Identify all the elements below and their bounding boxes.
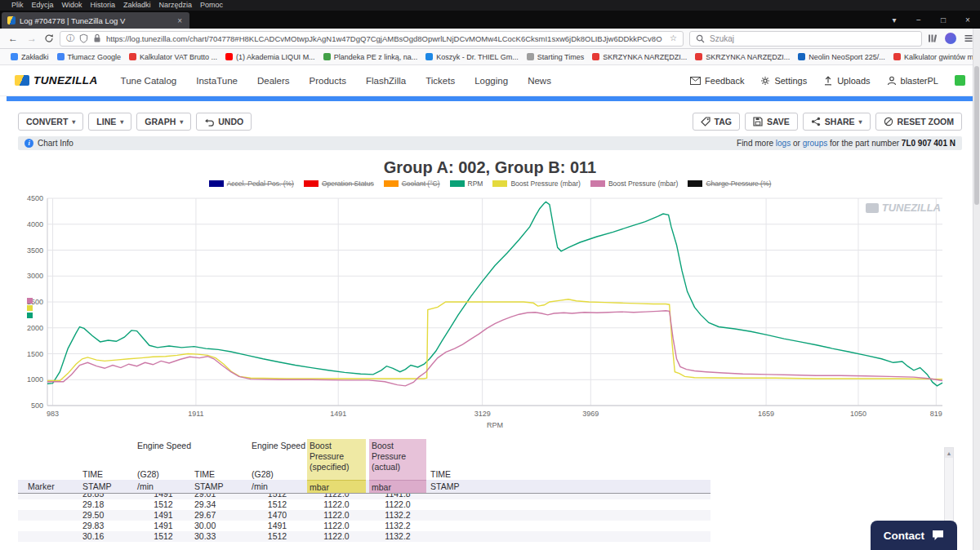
page-scrollbar[interactable] <box>973 29 980 550</box>
legend-item[interactable]: RPM <box>450 180 483 188</box>
suffix-text: for the part number <box>827 139 902 148</box>
legend-item[interactable]: Coolant (°C) <box>384 180 440 188</box>
table-header-col-2[interactable]: Engine Speed(G28)/min <box>135 439 192 493</box>
account-icon[interactable] <box>945 33 956 44</box>
window-minimize-icon[interactable]: − <box>906 16 931 24</box>
settings-label: Settings <box>774 76 807 86</box>
bookmark-favicon-icon <box>323 53 331 60</box>
bookmark-star-icon[interactable]: ☆ <box>670 34 677 42</box>
svg-text:3969: 3969 <box>582 410 599 418</box>
save-button[interactable]: SAVE <box>745 113 798 131</box>
table-header-col-4[interactable]: Engine Speed(G28)/min <box>249 439 305 493</box>
scroll-up-icon[interactable]: ▲ <box>945 448 953 458</box>
legend-item[interactable]: Charge Pressure (%) <box>688 180 771 188</box>
url-text[interactable]: https://log.tunezilla.com/chart/704778#H… <box>106 34 665 43</box>
table-header: MarkerTIMESTAMPEngine Speed(G28)/minTIME… <box>18 440 710 494</box>
site-logo[interactable]: TUNEZILLA <box>15 74 98 86</box>
bookmark-label: Starting Times <box>537 53 585 61</box>
contact-button[interactable]: Contact <box>871 521 957 550</box>
bookmarks-root[interactable]: Zakładki <box>7 53 53 61</box>
legend-item[interactable]: Operation Status <box>304 180 374 188</box>
menu-plik[interactable]: Plik <box>7 0 28 11</box>
nav-dealers[interactable]: Dealers <box>257 76 290 86</box>
uploads-button[interactable]: Uploads <box>823 76 870 86</box>
bookmark-item[interactable]: (1) Akademia LIQUI M... <box>221 53 319 61</box>
table-cell <box>428 494 485 499</box>
tag-button[interactable]: TAG <box>693 113 740 131</box>
convert-button[interactable]: CONVERT ▾ <box>18 113 83 131</box>
status-badge[interactable] <box>955 75 965 86</box>
bookmark-item[interactable]: Plandeka PE z linką, na... <box>319 53 422 61</box>
bookmark-item[interactable]: Starting Times <box>523 53 589 61</box>
page-info-icon[interactable]: ⓘ <box>66 34 74 42</box>
chevron-down-icon: ▾ <box>180 118 183 126</box>
settings-button[interactable]: Settings <box>760 76 807 86</box>
forward-icon[interactable]: → <box>25 33 38 44</box>
reset-zoom-button[interactable]: RESET ZOOM <box>875 113 962 131</box>
nav-news[interactable]: News <box>528 76 551 86</box>
accent-bar <box>7 96 973 101</box>
legend-item[interactable]: Boost Pressure (mbar) <box>492 180 581 188</box>
table-header-col-1[interactable]: TIMESTAMP <box>80 439 135 493</box>
bookmark-item[interactable]: SKRZYNKA NARZĘDZI... <box>588 53 691 61</box>
nav-flashzilla[interactable]: FlashZilla <box>366 76 406 86</box>
window-close-icon[interactable]: × <box>956 16 980 24</box>
menu-historia[interactable]: Historia <box>87 0 120 11</box>
table-row[interactable]: 28.85149129.0115121122.01141.8 <box>18 494 710 499</box>
user-menu[interactable]: blasterPL <box>887 76 938 86</box>
feedback-button[interactable]: Feedback <box>690 76 744 86</box>
graph-button[interactable]: GRAPH ▾ <box>136 113 191 131</box>
nav-instatune[interactable]: InstaTune <box>196 76 238 86</box>
nav-tune-catalog[interactable]: Tune Catalog <box>121 76 177 86</box>
lock-icon[interactable] <box>93 33 101 43</box>
nav-logging[interactable]: Logging <box>474 76 508 86</box>
table-row[interactable]: 29.18151229.3415121122.01122.0 <box>18 499 710 510</box>
reload-icon[interactable] <box>44 33 54 43</box>
nav-tickets[interactable]: Tickets <box>425 76 455 86</box>
menu-zak-adki[interactable]: Zakładki <box>119 0 155 11</box>
tab-close-icon[interactable]: × <box>176 16 184 25</box>
brand-text: TUNEZILLA <box>33 74 98 86</box>
bookmark-item[interactable]: Koszyk - Dr. THIEL Gm... <box>421 53 523 61</box>
table-header-col-0[interactable]: Marker <box>18 439 80 493</box>
undo-button[interactable]: UNDO <box>196 113 252 131</box>
window-maximize-icon[interactable]: □ <box>931 16 956 24</box>
table-row[interactable]: 29.83149130.0014911122.01132.2 <box>18 521 710 531</box>
legend-chip-icon <box>304 180 318 187</box>
tab-list-icon[interactable]: ▾ <box>882 16 906 24</box>
table-header-col-6[interactable]: BoostPressure(actual)mbar <box>369 439 426 493</box>
chart-info-label[interactable]: Chart Info <box>38 139 74 148</box>
scrollbar-thumb[interactable] <box>974 66 979 205</box>
logs-link[interactable]: logs <box>776 139 791 148</box>
menu-pomoc[interactable]: Pomoc <box>196 0 227 11</box>
library-icon[interactable] <box>928 33 938 43</box>
bookmark-item[interactable]: Neolin NeoSport 225/... <box>794 53 889 61</box>
log-chart[interactable]: 5001000150020002500300035004000450098319… <box>18 192 962 437</box>
bookmark-item[interactable]: SKRZYNKA NARZĘDZI... <box>691 53 794 61</box>
table-header-col-7[interactable]: TIMESTAMP <box>428 439 485 493</box>
bookmark-label: SKRZYNKA NARZĘDZI... <box>603 53 687 61</box>
table-row[interactable]: 29.50149129.6714701122.01132.2 <box>18 510 710 521</box>
chart-area: 5001000150020002500300035004000450098319… <box>18 192 962 437</box>
table-row[interactable]: 30.16151230.3315121122.01132.2 <box>18 531 710 542</box>
bookmark-item[interactable]: Tłumacz Google <box>53 53 126 61</box>
shield-icon[interactable] <box>79 33 88 43</box>
back-icon[interactable]: ← <box>7 33 20 44</box>
line-button[interactable]: LINE ▾ <box>88 113 131 131</box>
bookmark-item[interactable]: Kalkulator gwintów m... <box>889 53 980 61</box>
table-header-col-3[interactable]: TIMESTAMP <box>192 439 249 493</box>
address-bar[interactable]: ⓘ https://log.tunezilla.com/chart/704778… <box>60 31 684 47</box>
nav-products[interactable]: Products <box>310 76 346 86</box>
menu-narz-dzia[interactable]: Narzędzia <box>155 0 197 11</box>
menu-edycja[interactable]: Edycja <box>28 0 58 11</box>
legend-item[interactable]: Accel. Pedal Pos. (%) <box>209 180 294 188</box>
menu-widok[interactable]: Widok <box>58 0 87 11</box>
groups-link[interactable]: groups <box>803 139 828 148</box>
axis-series-markers <box>27 298 33 318</box>
bookmark-item[interactable]: Kalkulator VAT Brutto ... <box>125 53 221 61</box>
browser-tab[interactable]: Log #704778 | TuneZilla Log V × <box>2 12 189 29</box>
legend-item[interactable]: Boost Pressure (mbar) <box>590 180 679 188</box>
search-bar[interactable]: Szukaj <box>689 31 922 47</box>
share-button[interactable]: SHARE ▾ <box>803 113 871 131</box>
table-header-col-5[interactable]: BoostPressure(specified)mbar <box>307 439 366 493</box>
